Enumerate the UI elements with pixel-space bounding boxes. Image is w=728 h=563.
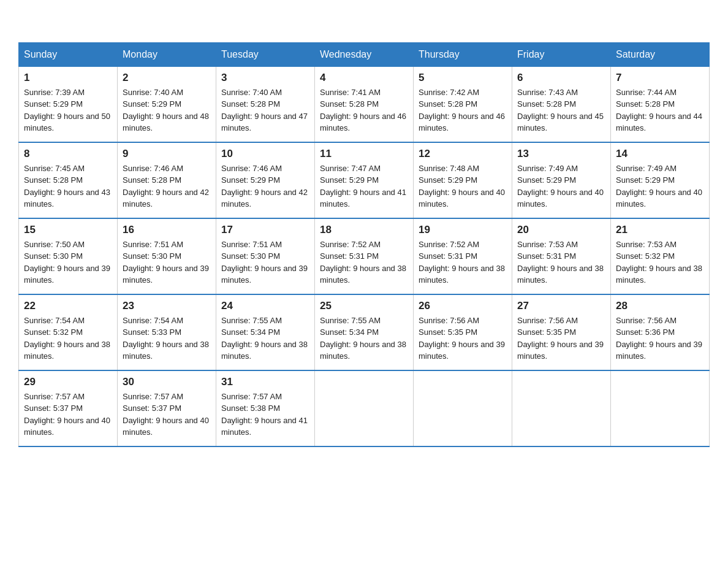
- daylight-label: Daylight: 9 hours and 38 minutes.: [320, 340, 406, 361]
- day-cell: [512, 370, 611, 446]
- day-number: 14: [616, 148, 704, 160]
- daylight-label: Daylight: 9 hours and 40 minutes.: [24, 416, 110, 437]
- day-number: 17: [221, 224, 309, 236]
- sunrise-label: Sunrise: 7:50 AM: [24, 240, 85, 249]
- sunrise-label: Sunrise: 7:49 AM: [616, 164, 677, 173]
- sunrise-label: Sunrise: 7:52 AM: [320, 240, 381, 249]
- day-cell: 29 Sunrise: 7:57 AM Sunset: 5:37 PM Dayl…: [19, 370, 118, 446]
- daylight-label: Daylight: 9 hours and 39 minutes.: [616, 340, 702, 361]
- header-row: SundayMondayTuesdayWednesdayThursdayFrid…: [19, 42, 710, 66]
- sunset-label: Sunset: 5:32 PM: [24, 327, 83, 337]
- day-cell: 27 Sunrise: 7:56 AM Sunset: 5:35 PM Dayl…: [512, 294, 611, 370]
- day-cell: 16 Sunrise: 7:51 AM Sunset: 5:30 PM Dayl…: [118, 218, 216, 294]
- daylight-label: Daylight: 9 hours and 47 minutes.: [221, 112, 308, 133]
- sunrise-label: Sunrise: 7:48 AM: [419, 164, 479, 173]
- day-cell: 23 Sunrise: 7:54 AM Sunset: 5:33 PM Dayl…: [118, 294, 216, 370]
- sunset-label: Sunset: 5:29 PM: [24, 99, 83, 109]
- sunrise-label: Sunrise: 7:40 AM: [123, 88, 183, 97]
- day-number: 2: [123, 72, 211, 84]
- sunrise-label: Sunrise: 7:45 AM: [24, 164, 85, 173]
- day-number: 26: [419, 300, 507, 312]
- sunrise-label: Sunrise: 7:46 AM: [221, 164, 282, 173]
- day-number: 18: [320, 224, 408, 236]
- sunset-label: Sunset: 5:31 PM: [517, 251, 576, 261]
- day-info: Sunrise: 7:55 AM Sunset: 5:34 PM Dayligh…: [221, 315, 309, 362]
- sunset-label: Sunset: 5:37 PM: [123, 404, 181, 413]
- day-info: Sunrise: 7:41 AM Sunset: 5:28 PM Dayligh…: [320, 86, 408, 134]
- daylight-label: Daylight: 9 hours and 45 minutes.: [517, 112, 604, 133]
- day-info: Sunrise: 7:45 AM Sunset: 5:28 PM Dayligh…: [24, 163, 112, 210]
- day-info: Sunrise: 7:42 AM Sunset: 5:28 PM Dayligh…: [419, 86, 507, 134]
- day-cell: 6 Sunrise: 7:43 AM Sunset: 5:28 PM Dayli…: [512, 66, 611, 142]
- day-number: 16: [123, 224, 211, 236]
- day-number: 11: [320, 148, 408, 160]
- day-cell: 11 Sunrise: 7:47 AM Sunset: 5:29 PM Dayl…: [315, 142, 414, 218]
- day-cell: 3 Sunrise: 7:40 AM Sunset: 5:28 PM Dayli…: [216, 66, 315, 142]
- sunrise-label: Sunrise: 7:54 AM: [24, 316, 85, 325]
- day-info: Sunrise: 7:56 AM Sunset: 5:35 PM Dayligh…: [419, 315, 507, 362]
- day-info: Sunrise: 7:43 AM Sunset: 5:28 PM Dayligh…: [517, 86, 605, 134]
- daylight-label: Daylight: 9 hours and 38 minutes.: [320, 264, 406, 285]
- sunset-label: Sunset: 5:30 PM: [221, 251, 280, 261]
- daylight-label: Daylight: 9 hours and 48 minutes.: [123, 112, 209, 133]
- daylight-label: Daylight: 9 hours and 39 minutes.: [123, 264, 209, 285]
- day-number: 15: [24, 224, 112, 236]
- sunset-label: Sunset: 5:37 PM: [24, 404, 83, 413]
- daylight-label: Daylight: 9 hours and 40 minutes.: [123, 416, 209, 437]
- daylight-label: Daylight: 9 hours and 38 minutes.: [517, 264, 604, 285]
- day-number: 7: [616, 72, 704, 84]
- sunrise-label: Sunrise: 7:43 AM: [517, 88, 578, 97]
- sunset-label: Sunset: 5:35 PM: [517, 327, 576, 337]
- day-number: 4: [320, 72, 408, 84]
- sunrise-label: Sunrise: 7:41 AM: [320, 88, 381, 97]
- daylight-label: Daylight: 9 hours and 40 minutes.: [419, 188, 505, 209]
- header-cell-friday: Friday: [512, 42, 611, 66]
- sunrise-label: Sunrise: 7:53 AM: [616, 240, 677, 249]
- header-cell-wednesday: Wednesday: [315, 42, 414, 66]
- day-cell: 13 Sunrise: 7:49 AM Sunset: 5:29 PM Dayl…: [512, 142, 611, 218]
- calendar-header: SundayMondayTuesdayWednesdayThursdayFrid…: [19, 42, 710, 66]
- sunrise-label: Sunrise: 7:49 AM: [517, 164, 578, 173]
- day-number: 19: [419, 224, 507, 236]
- day-info: Sunrise: 7:46 AM Sunset: 5:29 PM Dayligh…: [221, 163, 309, 210]
- day-cell: 20 Sunrise: 7:53 AM Sunset: 5:31 PM Dayl…: [512, 218, 611, 294]
- day-info: Sunrise: 7:48 AM Sunset: 5:29 PM Dayligh…: [419, 163, 507, 210]
- day-info: Sunrise: 7:57 AM Sunset: 5:37 PM Dayligh…: [123, 391, 211, 439]
- sunset-label: Sunset: 5:28 PM: [24, 175, 83, 185]
- sunset-label: Sunset: 5:28 PM: [419, 99, 477, 109]
- day-info: Sunrise: 7:57 AM Sunset: 5:38 PM Dayligh…: [221, 391, 309, 439]
- header-cell-tuesday: Tuesday: [216, 42, 315, 66]
- sunrise-label: Sunrise: 7:55 AM: [320, 316, 381, 325]
- sunrise-label: Sunrise: 7:53 AM: [517, 240, 578, 249]
- sunset-label: Sunset: 5:29 PM: [419, 175, 477, 185]
- page-header: General Blue: [18, 12, 710, 30]
- daylight-label: Daylight: 9 hours and 39 minutes.: [517, 340, 604, 361]
- sunset-label: Sunset: 5:29 PM: [616, 175, 675, 185]
- day-number: 30: [123, 376, 211, 388]
- day-number: 9: [123, 148, 211, 160]
- day-info: Sunrise: 7:49 AM Sunset: 5:29 PM Dayligh…: [517, 163, 605, 210]
- sunset-label: Sunset: 5:32 PM: [616, 251, 675, 261]
- sunset-label: Sunset: 5:33 PM: [123, 327, 181, 337]
- day-cell: 2 Sunrise: 7:40 AM Sunset: 5:29 PM Dayli…: [118, 66, 216, 142]
- sunset-label: Sunset: 5:29 PM: [517, 175, 576, 185]
- week-row-1: 1 Sunrise: 7:39 AM Sunset: 5:29 PM Dayli…: [19, 66, 710, 142]
- sunrise-label: Sunrise: 7:56 AM: [517, 316, 578, 325]
- day-info: Sunrise: 7:39 AM Sunset: 5:29 PM Dayligh…: [24, 86, 112, 134]
- header-cell-monday: Monday: [118, 42, 216, 66]
- sunrise-label: Sunrise: 7:57 AM: [221, 392, 282, 401]
- daylight-label: Daylight: 9 hours and 39 minutes.: [24, 264, 110, 285]
- day-number: 22: [24, 300, 112, 312]
- week-row-3: 15 Sunrise: 7:50 AM Sunset: 5:30 PM Dayl…: [19, 218, 710, 294]
- day-info: Sunrise: 7:53 AM Sunset: 5:31 PM Dayligh…: [517, 239, 605, 286]
- day-info: Sunrise: 7:40 AM Sunset: 5:28 PM Dayligh…: [221, 86, 309, 134]
- daylight-label: Daylight: 9 hours and 38 minutes.: [24, 340, 110, 361]
- sunrise-label: Sunrise: 7:51 AM: [123, 240, 183, 249]
- day-cell: 31 Sunrise: 7:57 AM Sunset: 5:38 PM Dayl…: [216, 370, 315, 446]
- day-number: 3: [221, 72, 309, 84]
- day-info: Sunrise: 7:40 AM Sunset: 5:29 PM Dayligh…: [123, 86, 211, 134]
- sunrise-label: Sunrise: 7:51 AM: [221, 240, 282, 249]
- day-cell: 24 Sunrise: 7:55 AM Sunset: 5:34 PM Dayl…: [216, 294, 315, 370]
- day-cell: 5 Sunrise: 7:42 AM Sunset: 5:28 PM Dayli…: [414, 66, 512, 142]
- day-info: Sunrise: 7:53 AM Sunset: 5:32 PM Dayligh…: [616, 239, 704, 286]
